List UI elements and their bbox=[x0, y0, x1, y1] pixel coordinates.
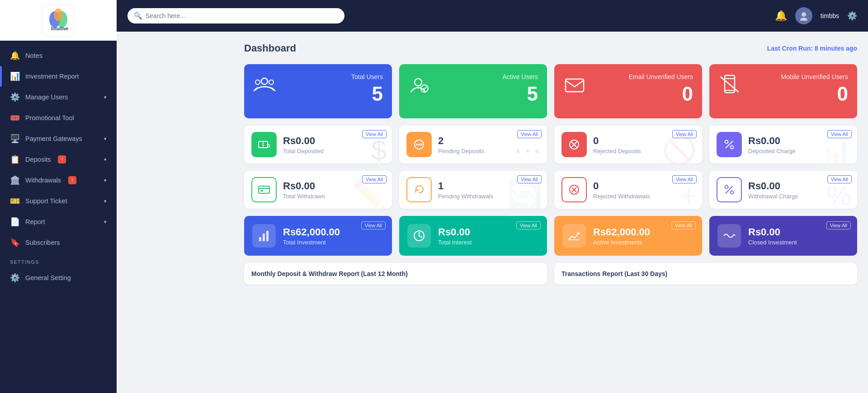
active-investments-view-all[interactable]: View All bbox=[671, 221, 696, 229]
rejected-svg bbox=[567, 138, 581, 151]
svg-rect-11 bbox=[566, 79, 584, 92]
svg-point-26 bbox=[725, 140, 728, 144]
sidebar-item-support-ticket[interactable]: 🎫 Support Ticket ▾ bbox=[0, 191, 117, 211]
svg-rect-39 bbox=[266, 231, 269, 241]
svg-point-2 bbox=[54, 9, 63, 21]
active-users-card: Active Users 5 bbox=[399, 64, 547, 118]
total-investment-card: Rs62,000.00 Total Investment View All bbox=[244, 216, 392, 256]
sidebar-item-label: Manage Users bbox=[25, 94, 68, 101]
total-interest-view-all[interactable]: View All bbox=[516, 221, 541, 229]
deposits-icon: 📋 bbox=[10, 154, 20, 164]
logo-box: Intuitive bbox=[42, 4, 75, 37]
sidebar-item-label: Report bbox=[25, 218, 45, 225]
total-users-card: Total Users 5 bbox=[244, 64, 392, 118]
page-title: Dashboard bbox=[244, 42, 296, 54]
cron-info: Last Cron Run: 8 minutes ago bbox=[767, 45, 857, 52]
closed-investment-card: Rs0.00 Closed Investment View All bbox=[709, 216, 857, 256]
total-deposited-label: Total Deposited bbox=[283, 148, 385, 154]
total-withdrawn-icon bbox=[251, 177, 277, 202]
sidebar-item-notes[interactable]: 🔔 Notes bbox=[0, 45, 117, 66]
total-withdrawn-view-all[interactable]: View All bbox=[362, 175, 387, 183]
sidebar-item-report[interactable]: 📄 Report ▾ bbox=[0, 211, 117, 232]
total-investment-icon bbox=[252, 224, 276, 248]
sidebar: Intuitive 🔔 Notes 📊 Investment Report ⚙️… bbox=[0, 0, 117, 393]
refresh-svg bbox=[412, 183, 426, 196]
chevron-down-icon: ▾ bbox=[104, 198, 107, 204]
card-svg bbox=[257, 183, 271, 196]
sidebar-item-general-setting[interactable]: ⚙️ General Setting bbox=[0, 267, 117, 288]
mobile-unverified-value: 0 bbox=[781, 83, 848, 105]
sidebar-item-label: Notes bbox=[25, 52, 42, 59]
cron-prefix: Last Cron Run: bbox=[767, 45, 813, 52]
withdrawal-charge-icon bbox=[717, 177, 742, 202]
pending-deposits-view-all[interactable]: View All bbox=[517, 130, 542, 138]
svg-text:Intuitive: Intuitive bbox=[51, 26, 69, 31]
deposit-cards-row: View All Rs0.00 Total Deposited $ View A… bbox=[244, 126, 857, 164]
sidebar-item-label: Investment Report bbox=[25, 73, 79, 80]
promotional-tool-icon: 🎟️ bbox=[10, 113, 20, 123]
withdrawal-charge-view-all[interactable]: View All bbox=[827, 175, 852, 183]
rejected-withdrawals-view-all[interactable]: View All bbox=[672, 175, 697, 183]
search-input[interactable] bbox=[127, 8, 344, 23]
sidebar-item-subscribers[interactable]: 🔖 Subscribers bbox=[0, 232, 117, 253]
avatar[interactable] bbox=[795, 7, 812, 24]
rejected-withdrawals-icon bbox=[561, 177, 587, 202]
cron-value: 8 minutes ago bbox=[815, 45, 857, 52]
monthly-report-panel: Monthly Deposit & Withdraw Report (Last … bbox=[244, 263, 547, 285]
sidebar-item-deposits[interactable]: 📋 Deposits ! ▾ bbox=[0, 149, 117, 170]
sidebar-item-promotional-tool[interactable]: 🎟️ Promotional Tool bbox=[0, 108, 117, 128]
settings-section-label: SETTINGS bbox=[0, 253, 117, 267]
total-deposited-view-all[interactable]: View All bbox=[362, 130, 387, 138]
pending-withdrawals-view-all[interactable]: View All bbox=[517, 175, 542, 183]
percent-svg bbox=[722, 183, 736, 196]
bell-icon[interactable]: 🔔 bbox=[775, 10, 787, 22]
search-icon: 🔍 bbox=[134, 12, 142, 20]
closed-investment-icon bbox=[717, 224, 741, 248]
sidebar-item-payment-gateways[interactable]: 🖥️ Payment Gateways ▾ bbox=[0, 128, 117, 149]
deposits-badge: ! bbox=[58, 155, 66, 164]
sidebar-item-label: Withdrawals bbox=[25, 177, 61, 184]
active-users-icon bbox=[408, 73, 431, 100]
mobile-unverified-icon bbox=[718, 73, 741, 100]
svg-point-35 bbox=[725, 186, 728, 189]
sidebar-item-manage-users[interactable]: ⚙️ Manage Users ▾ bbox=[0, 87, 117, 108]
chevron-down-icon: ▾ bbox=[104, 136, 107, 142]
general-setting-icon: ⚙️ bbox=[10, 273, 20, 283]
search-wrapper: 🔍 bbox=[127, 8, 344, 23]
investment-cards-row: Rs62,000.00 Total Investment View All Rs… bbox=[244, 216, 857, 256]
total-interest-label: Total Interest bbox=[438, 239, 539, 246]
deposited-charge-view-all[interactable]: View All bbox=[827, 130, 852, 138]
support-ticket-icon: 🎫 bbox=[10, 196, 20, 206]
svg-point-5 bbox=[800, 18, 807, 21]
transactions-report-panel: Transactions Report (Last 30 Days) bbox=[554, 263, 857, 285]
closed-investment-view-all[interactable]: View All bbox=[826, 221, 851, 229]
sidebar-nav: 🔔 Notes 📊 Investment Report ⚙️ Manage Us… bbox=[0, 41, 117, 393]
active-investments-label: Active Investments bbox=[593, 239, 694, 246]
notes-icon: 🔔 bbox=[10, 51, 20, 61]
bar-chart-svg bbox=[257, 229, 271, 243]
active-users-label: Active Users bbox=[502, 73, 538, 80]
svg-line-34 bbox=[726, 186, 733, 193]
active-users-svg bbox=[408, 73, 431, 96]
username-label[interactable]: timbbs bbox=[821, 12, 839, 19]
svg-line-42 bbox=[419, 236, 422, 237]
email-svg bbox=[563, 73, 586, 96]
svg-point-19 bbox=[416, 144, 418, 145]
total-deposited-icon bbox=[251, 132, 277, 157]
topbar-right: 🔔 timbbs ⚙️ bbox=[775, 7, 857, 24]
withdrawals-badge: ! bbox=[68, 176, 76, 184]
total-investment-label: Total Investment bbox=[283, 239, 384, 246]
total-users-icon bbox=[253, 73, 276, 100]
sidebar-item-withdrawals[interactable]: 🏛️ Withdrawals ! ▾ bbox=[0, 170, 117, 191]
total-investment-view-all[interactable]: View All bbox=[361, 221, 386, 229]
charge-svg bbox=[722, 138, 736, 151]
svg-rect-37 bbox=[259, 237, 261, 241]
sidebar-item-label: Payment Gateways bbox=[25, 135, 82, 142]
deposited-charge-card: View All Rs0.00 Deposited Charge 📊 bbox=[709, 126, 857, 164]
sidebar-item-investment-report[interactable]: 📊 Investment Report bbox=[0, 66, 117, 87]
user-settings-icon[interactable]: ⚙️ bbox=[847, 11, 857, 21]
user-avatar-icon bbox=[799, 11, 809, 21]
rejected-deposits-card: View All 0 Rejected Deposits 🚫 bbox=[554, 126, 702, 164]
withdrawal-charge-card: View All Rs0.00 Withdrawal Charge % bbox=[709, 171, 857, 209]
rejected-deposits-view-all[interactable]: View All bbox=[672, 130, 697, 138]
